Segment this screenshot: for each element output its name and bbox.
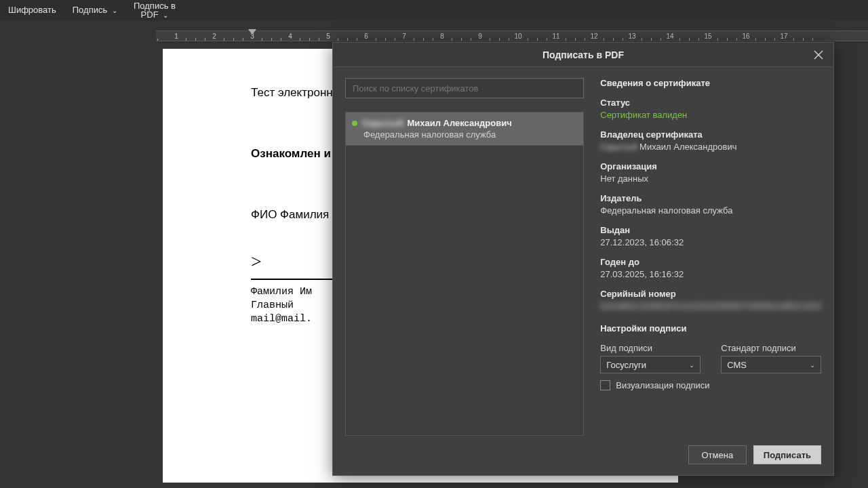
cert-org: Федеральная налоговая служба: [363, 129, 575, 140]
cancel-button[interactable]: Отмена: [688, 445, 747, 464]
chevron-down-icon: ⌄: [689, 361, 694, 369]
sign-menu[interactable]: Подпись ⌄: [64, 3, 125, 18]
ruler-number: 10: [514, 33, 521, 40]
owner-label: Владелец сертификата: [600, 129, 821, 140]
top-toolbar: Шифровать Подпись ⌄ Подпись в PDF ⌄: [0, 0, 868, 20]
status-label: Статус: [600, 98, 821, 108]
ruler-number: 15: [704, 33, 711, 40]
sign-pdf-label-2: PDF: [141, 9, 159, 20]
certificate-search-input[interactable]: [345, 78, 584, 98]
ruler-number: 7: [402, 33, 406, 40]
ruler-number: 12: [590, 33, 597, 40]
ruler-number: 17: [780, 33, 787, 40]
ruler-number: 6: [364, 33, 368, 40]
close-icon: [814, 50, 823, 60]
chevron-down-icon: ⌄: [810, 361, 815, 369]
cert-surname-blurred: Скрытый: [362, 118, 403, 128]
signature-standard-select[interactable]: CMS ⌄: [721, 356, 821, 373]
issuer-value: Федеральная налоговая служба: [600, 205, 821, 216]
signature-standard-label: Стандарт подписи: [721, 343, 821, 353]
ruler-number: 5: [326, 33, 330, 40]
status-dot-icon: [352, 121, 357, 126]
dialog-header: Подписать в PDF: [333, 43, 833, 67]
ruler-number: 16: [742, 33, 749, 40]
ruler-number: 14: [666, 33, 673, 40]
signature-kind-select[interactable]: Госуслуги ⌄: [600, 356, 701, 373]
visualization-label: Визуализация подписи: [616, 380, 709, 390]
sign-button[interactable]: Подписать: [753, 445, 821, 464]
org-label: Организация: [600, 161, 821, 171]
details-heading: Сведения о сертификате: [600, 78, 821, 88]
ruler-number: 13: [628, 33, 635, 40]
ruler-tab-marker[interactable]: [248, 29, 256, 36]
signature-standard-value: CMS: [727, 360, 747, 370]
serial-value-blurred: 00A0B0C0D0E0F0102030405060708090A0B0C0D0: [600, 301, 821, 311]
close-button[interactable]: [809, 45, 828, 64]
encrypt-label: Шифровать: [8, 5, 56, 15]
serial-label: Серийный номер: [600, 289, 821, 299]
sign-label: Подпись: [73, 5, 107, 15]
visualization-checkbox[interactable]: [600, 380, 610, 390]
certificate-list-item[interactable]: Скрытый Михаил Александрович Федеральная…: [346, 113, 583, 146]
owner-name: Михаил Александрович: [639, 142, 736, 152]
owner-surname-blurred: Скрытый: [600, 142, 637, 152]
ruler-number: 9: [478, 33, 482, 40]
valid-to-label: Годен до: [600, 257, 821, 267]
ruler-number: 11: [552, 33, 559, 40]
issued-label: Выдан: [600, 225, 821, 235]
sign-pdf-dialog: Подписать в PDF Скрытый Михаил Александр…: [332, 42, 834, 476]
signature-line: [251, 279, 332, 280]
encrypt-menu[interactable]: Шифровать: [0, 3, 64, 18]
dialog-footer: Отмена Подписать: [333, 439, 833, 475]
signature-mark-icon: >: [251, 249, 262, 274]
ruler-number: 8: [440, 33, 444, 40]
certificate-details: Сведения о сертификате Статус Сертификат…: [600, 78, 821, 436]
signature-kind-label: Вид подписи: [600, 343, 701, 353]
issued-value: 27.12.2023, 16:06:32: [600, 237, 821, 247]
signature-kind-value: Госуслуги: [606, 360, 646, 370]
settings-heading: Настройки подписи: [600, 323, 821, 333]
chevron-down-icon: ⌄: [161, 12, 169, 19]
cert-name: Михаил Александрович: [407, 118, 511, 128]
issuer-label: Издатель: [600, 193, 821, 203]
chevron-down-icon: ⌄: [110, 7, 117, 14]
sign-pdf-menu[interactable]: Подпись в PDF ⌄: [125, 0, 184, 22]
org-value: Нет данных: [600, 174, 821, 184]
status-value: Сертификат валиден: [600, 110, 821, 120]
valid-to-value: 27.03.2025, 16:16:32: [600, 269, 821, 279]
dialog-title: Подписать в PDF: [542, 49, 624, 60]
ruler-number: 2: [212, 33, 216, 40]
certificate-list: Скрытый Михаил Александрович Федеральная…: [345, 112, 584, 436]
ruler-number: 4: [288, 33, 292, 40]
ruler-number: 1: [174, 33, 178, 40]
